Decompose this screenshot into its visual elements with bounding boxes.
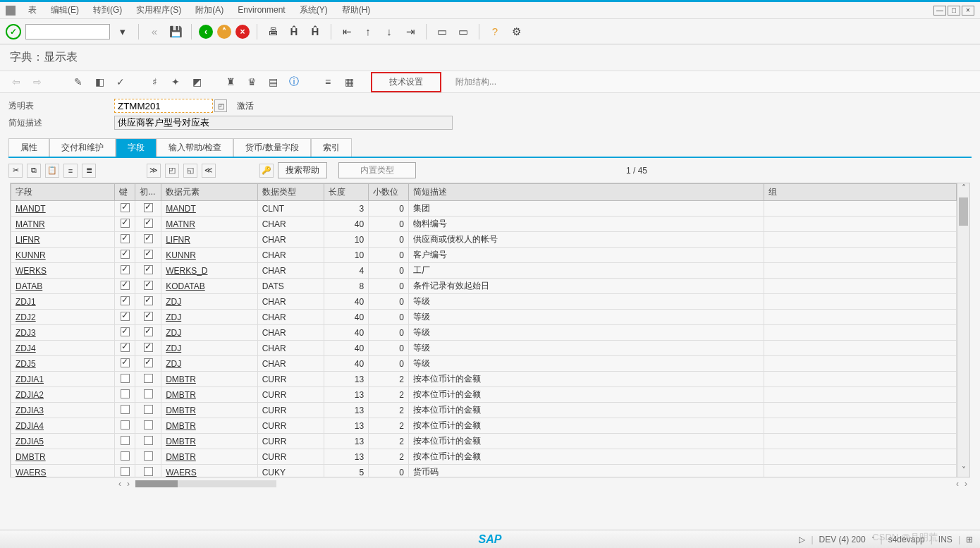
print-icon[interactable]: 🖶 bbox=[264, 23, 281, 40]
copy-icon[interactable]: ⧉ bbox=[27, 164, 41, 178]
data-element[interactable]: MANDT bbox=[161, 201, 258, 217]
arrow-left-icon[interactable]: ⇦ bbox=[8, 74, 24, 90]
init-checkbox[interactable] bbox=[144, 203, 153, 212]
data-element[interactable]: ZDJ bbox=[161, 356, 258, 372]
table-row[interactable]: MANDTMANDTCLNT30集团 bbox=[11, 201, 957, 217]
field-name[interactable]: MATNR bbox=[11, 217, 115, 232]
cancel-button[interactable]: × bbox=[235, 25, 250, 39]
table-row[interactable]: ZDJ5ZDJCHAR400等级 bbox=[11, 356, 957, 372]
field-name[interactable]: DMBTR bbox=[11, 449, 115, 465]
column-header[interactable]: 小数位 bbox=[369, 184, 409, 201]
technical-settings-button[interactable]: 技术设置 bbox=[371, 72, 441, 92]
find-icon[interactable]: Ĥ bbox=[286, 23, 302, 40]
new-session-icon[interactable]: ▭ bbox=[434, 23, 451, 40]
where-used-icon[interactable]: ◩ bbox=[189, 74, 204, 90]
data-element[interactable]: LIFNR bbox=[161, 232, 258, 248]
init-checkbox[interactable] bbox=[144, 436, 153, 445]
scroll-thumb[interactable] bbox=[959, 197, 968, 226]
menu-item[interactable]: 转到(G) bbox=[86, 2, 129, 18]
data-element[interactable]: KUNNR bbox=[161, 248, 258, 263]
init-checkbox[interactable] bbox=[144, 250, 153, 259]
key-checkbox[interactable] bbox=[121, 327, 130, 336]
field-name[interactable]: DATAB bbox=[11, 279, 115, 294]
key-checkbox[interactable] bbox=[121, 374, 130, 383]
init-checkbox[interactable] bbox=[144, 467, 153, 476]
hierarchy2-icon[interactable]: ♛ bbox=[244, 74, 259, 90]
key-checkbox[interactable] bbox=[121, 281, 130, 290]
paste-icon[interactable]: 📋 bbox=[45, 164, 59, 178]
tab-0[interactable]: 属性 bbox=[8, 138, 49, 157]
key-checkbox[interactable] bbox=[121, 343, 130, 352]
init-checkbox[interactable] bbox=[144, 281, 153, 290]
doc-icon[interactable]: ▤ bbox=[265, 74, 281, 90]
table-row[interactable]: DATABKODATABDATS80条件记录有效起始日 bbox=[11, 279, 957, 294]
other-object-icon[interactable]: ◧ bbox=[92, 74, 107, 90]
column-header[interactable]: 长度 bbox=[324, 184, 369, 201]
data-element[interactable]: DMBTR bbox=[161, 372, 258, 387]
save-icon[interactable]: 💾 bbox=[167, 23, 184, 40]
col-left2-icon[interactable]: ‹ bbox=[953, 479, 962, 489]
tab-5[interactable]: 索引 bbox=[311, 138, 352, 157]
table-row[interactable]: ZDJ2ZDJCHAR400等级 bbox=[11, 310, 957, 325]
table-row[interactable]: WERKSWERKS_DCHAR40工厂 bbox=[11, 263, 957, 279]
key-checkbox[interactable] bbox=[121, 250, 130, 259]
key-checkbox[interactable] bbox=[121, 203, 130, 212]
table-row[interactable]: ZDJIA5DMBTRCURR132按本位币计的金额 bbox=[11, 434, 957, 449]
column-header[interactable]: 初... bbox=[135, 184, 161, 201]
arrow-right-icon[interactable]: ⇨ bbox=[30, 74, 45, 90]
exit-button[interactable]: ˄ bbox=[217, 25, 231, 39]
field-name[interactable]: LIFNR bbox=[11, 232, 115, 248]
table-row[interactable]: ZDJ1ZDJCHAR400等级 bbox=[11, 294, 957, 310]
init-checkbox[interactable] bbox=[144, 327, 153, 336]
table-name-input[interactable] bbox=[114, 99, 213, 113]
back-button[interactable]: ‹ bbox=[199, 25, 213, 39]
vertical-scrollbar[interactable]: ˄ ˅ bbox=[957, 183, 969, 477]
insert-row-icon[interactable]: ≡ bbox=[63, 164, 78, 178]
dropdown-icon[interactable]: ▾ bbox=[114, 23, 131, 40]
data-element[interactable]: WERKS_D bbox=[161, 263, 258, 279]
init-checkbox[interactable] bbox=[144, 343, 153, 352]
column-header[interactable]: 数据元素 bbox=[161, 184, 258, 201]
field-name[interactable]: ZDJIA1 bbox=[11, 372, 115, 387]
field-name[interactable]: WAERS bbox=[11, 465, 115, 477]
init-checkbox[interactable] bbox=[144, 389, 153, 398]
key-checkbox[interactable] bbox=[121, 436, 130, 445]
settings-icon[interactable]: ⚙ bbox=[508, 23, 525, 40]
index-icon[interactable]: ≡ bbox=[320, 74, 336, 90]
field-name[interactable]: WERKS bbox=[11, 263, 115, 279]
generate-icon[interactable]: ▭ bbox=[455, 23, 472, 40]
wand-icon[interactable]: ✦ bbox=[168, 74, 183, 90]
close-button[interactable]: × bbox=[962, 6, 974, 16]
menu-item[interactable]: Environment bbox=[231, 2, 292, 18]
field-name[interactable]: ZDJIA3 bbox=[11, 403, 115, 418]
key-checkbox[interactable] bbox=[121, 265, 130, 274]
field-name[interactable]: ZDJ4 bbox=[11, 341, 115, 356]
init-checkbox[interactable] bbox=[144, 451, 153, 461]
init-checkbox[interactable] bbox=[144, 312, 153, 321]
hierarchy-icon[interactable]: ♜ bbox=[223, 74, 238, 90]
first-page-icon[interactable]: ⇤ bbox=[338, 23, 355, 40]
key-checkbox[interactable] bbox=[121, 420, 130, 430]
short-desc-input[interactable] bbox=[114, 116, 453, 130]
table-row[interactable]: ZDJIA3DMBTRCURR132按本位币计的金额 bbox=[11, 403, 957, 418]
builtin-type-button[interactable]: 内置类型 bbox=[338, 162, 416, 178]
expand-icon[interactable]: ≫ bbox=[147, 164, 161, 178]
tab-4[interactable]: 货币/数量字段 bbox=[233, 138, 310, 157]
table-row[interactable]: ZDJIA1DMBTRCURR132按本位币计的金额 bbox=[11, 372, 957, 387]
table-row[interactable]: LIFNRLIFNRCHAR100供应商或债权人的帐号 bbox=[11, 232, 957, 248]
key-checkbox[interactable] bbox=[121, 358, 130, 367]
minimize-button[interactable]: — bbox=[933, 6, 946, 16]
key-checkbox[interactable] bbox=[121, 296, 130, 305]
init-checkbox[interactable] bbox=[144, 265, 153, 274]
key-checkbox[interactable] bbox=[121, 234, 130, 243]
collapse2-icon[interactable]: ◱ bbox=[183, 164, 197, 178]
column-header[interactable]: 字段 bbox=[11, 184, 115, 201]
init-checkbox[interactable] bbox=[144, 296, 153, 305]
key-checkbox[interactable] bbox=[121, 451, 130, 461]
table-row[interactable]: KUNNRKUNNRCHAR100客户编号 bbox=[11, 248, 957, 263]
table-row[interactable]: WAERSWAERSCUKY50货币码 bbox=[11, 465, 957, 477]
key-checkbox[interactable] bbox=[121, 389, 130, 398]
data-element[interactable]: WAERS bbox=[161, 465, 258, 477]
horizontal-scrollbar[interactable] bbox=[135, 480, 276, 487]
key-checkbox[interactable] bbox=[121, 405, 130, 414]
